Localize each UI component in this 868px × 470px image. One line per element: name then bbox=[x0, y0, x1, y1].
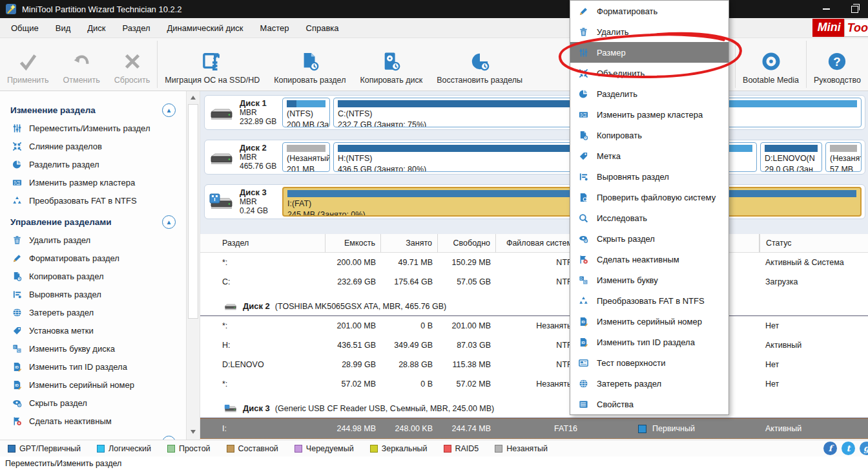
context-menu-item[interactable]: Исследовать bbox=[570, 208, 728, 228]
context-menu-item[interactable]: Проверить файловую систему bbox=[570, 187, 728, 208]
context-menu-item[interactable]: Удалить bbox=[570, 21, 728, 42]
toolbar-button-copydoc[interactable]: Копировать раздел bbox=[267, 38, 353, 91]
props-icon bbox=[579, 400, 588, 409]
column-header-free[interactable]: Свободно bbox=[438, 234, 496, 252]
social-links: ftg bbox=[823, 442, 868, 455]
menubar-item-6[interactable]: Справка bbox=[298, 23, 347, 33]
context-menu-item[interactable]: Метка bbox=[570, 145, 728, 166]
cell-status: Нет bbox=[760, 374, 868, 394]
partition-block[interactable]: D:LENOVO(N29.0 GB (Зан bbox=[760, 142, 822, 172]
partition-row[interactable]: D:LENOVO28.99 GB28.88 GB115.38 MBNTFSНет bbox=[200, 355, 868, 374]
toolbar-button-cross-label: Сбросить bbox=[114, 76, 150, 85]
partition-block[interactable]: (Незанятый201 MB bbox=[282, 142, 330, 172]
sidebar-item[interactable]: Копировать раздел bbox=[0, 267, 186, 285]
column-header-capacity[interactable]: Емкость bbox=[326, 234, 381, 252]
sidebar-section-header[interactable]: Проверить раздел▲ bbox=[0, 434, 186, 440]
toolbar-button-recover[interactable]: Восстановить разделы bbox=[429, 38, 530, 91]
context-menu-item[interactable]: Размер bbox=[570, 42, 728, 63]
menubar-item-2[interactable]: Диск bbox=[79, 23, 114, 33]
menubar-item-1[interactable]: Вид bbox=[47, 23, 79, 33]
toolbar-button-check[interactable]: Применить bbox=[0, 38, 56, 91]
iddoc-icon: ID bbox=[579, 317, 588, 326]
sidebar-item[interactable]: Скрыть раздел bbox=[0, 394, 186, 412]
sidebar-item[interactable]: Преобразовать FAT в NTFS bbox=[0, 191, 186, 209]
sidebar-item[interactable]: Выровнять раздел bbox=[0, 285, 186, 303]
partition-label: (Незанятый bbox=[830, 153, 857, 164]
sidebar-item[interactable]: Удалить раздел bbox=[0, 231, 186, 249]
toolbar-button-copydisk[interactable]: Копировать диск bbox=[353, 38, 429, 91]
partition-row[interactable]: I:244.98 MB248.00 KB244.74 MBFAT16Первич… bbox=[200, 418, 868, 439]
cell-used: 349.49 GB bbox=[381, 341, 438, 350]
sidebar-section-header[interactable]: Управление разделами▲ bbox=[0, 213, 186, 231]
sidebar-item[interactable]: Сделать неактивным bbox=[0, 412, 186, 430]
sidebar-item[interactable]: Затереть раздел bbox=[0, 303, 186, 321]
context-menu-item[interactable]: Изменить размер кластера bbox=[570, 104, 728, 125]
sidebar-item[interactable]: Форматировать раздел bbox=[0, 249, 186, 267]
context-menu-item[interactable]: Разделить bbox=[570, 83, 728, 104]
context-menu-item[interactable]: Затереть раздел bbox=[570, 373, 728, 394]
sidebar-item[interactable]: Слияние разделов bbox=[0, 137, 186, 155]
context-menu-item[interactable]: Форматировать bbox=[570, 1, 728, 21]
context-menu-item[interactable]: Копировать bbox=[570, 125, 728, 145]
cell-capacity: 232.69 GB bbox=[326, 277, 381, 286]
toolbar-button-cross[interactable]: Сбросить bbox=[107, 38, 158, 91]
context-menu-item[interactable]: IDИзменить тип ID раздела bbox=[570, 332, 728, 352]
disk-panel-3[interactable]: Диск 3MBR0.24 GBI:(FAT)245 MB (Занято: 0… bbox=[204, 184, 865, 219]
menubar-item-5[interactable]: Мастер bbox=[252, 23, 298, 33]
context-menu-item[interactable]: D:C:Изменить букву bbox=[570, 270, 728, 290]
partition-row[interactable]: H:436.51 GB349.49 GB87.03 GBNTFSАктивный bbox=[200, 336, 868, 355]
partition-block[interactable]: (Незанятый57 MB bbox=[825, 142, 862, 172]
cell-partition: D:LENOVO bbox=[221, 360, 326, 369]
partition-row[interactable]: *:200.00 MB49.71 MB150.29 MBNTFSАктивный… bbox=[200, 253, 868, 272]
sidebar-item-label: Изменить букву диска bbox=[29, 344, 115, 354]
partition-row[interactable]: *:201.00 MB0 B201.00 MBНезанятыйНет bbox=[200, 316, 868, 336]
context-menu-item[interactable]: Сделать неактивным bbox=[570, 249, 728, 270]
sidebar-section-header[interactable]: Изменение раздела▲ bbox=[0, 101, 186, 119]
minitool-logo: Mini Tool bbox=[812, 19, 868, 37]
menubar-item-0[interactable]: Общие bbox=[3, 23, 47, 33]
disk-panel-2[interactable]: Диск 2MBR465.76 GB(Незанятый201 MBH:(NTF… bbox=[204, 140, 865, 175]
toolbar-button-help[interactable]: ?Руководство bbox=[807, 38, 868, 91]
menubar-item-4[interactable]: Динамический диск bbox=[159, 23, 252, 33]
sidebar-scrollbar[interactable] bbox=[186, 91, 200, 440]
sidebar-item[interactable]: D:C:Изменить букву диска bbox=[0, 339, 186, 358]
toolbar-button-undo[interactable]: Отменить bbox=[56, 38, 107, 91]
partition-row[interactable]: *:57.02 MB0 B57.02 MBНезанятыйНет bbox=[200, 374, 868, 394]
context-menu-item[interactable]: Преобразовать FAT в NTFS bbox=[570, 290, 728, 311]
partition-size: 200 MB (Зан bbox=[287, 120, 326, 127]
toolbar-button-disc[interactable]: Bootable Media bbox=[736, 38, 806, 91]
scrollbar-thumb[interactable] bbox=[188, 104, 198, 319]
partition-row[interactable]: C:232.69 GB175.64 GB57.05 GBNTFSЗагрузка bbox=[200, 272, 868, 292]
sidebar-item[interactable]: Разделить раздел bbox=[0, 155, 186, 173]
sidebar-item[interactable]: IDИзменить серийный номер bbox=[0, 376, 186, 394]
sidebar-item[interactable]: Изменить размер кластера bbox=[0, 173, 186, 191]
toolbar-button-migrate[interactable]: Миграция ОС на SSD/HD bbox=[158, 38, 267, 91]
collapse-section-icon[interactable]: ▲ bbox=[162, 103, 176, 117]
maximize-button[interactable] bbox=[847, 2, 862, 16]
pencil-icon bbox=[12, 253, 22, 263]
menubar-item-3[interactable]: Раздел bbox=[114, 23, 159, 33]
context-menu-item[interactable]: Выровнять раздел bbox=[570, 166, 728, 187]
scroll-down-icon bbox=[191, 430, 196, 434]
column-header-status[interactable]: Статус bbox=[760, 234, 868, 252]
column-header-used[interactable]: Занято bbox=[381, 234, 438, 252]
context-menu-item[interactable]: IDИзменить серийный номер bbox=[570, 311, 728, 332]
sidebar-item[interactable]: IDИзменить тип ID раздела bbox=[0, 358, 186, 376]
disk-panel-1[interactable]: Диск 1MBR232.89 GB(NTFS)200 MB (ЗанC:(NT… bbox=[204, 95, 865, 130]
minimize-button[interactable] bbox=[819, 2, 833, 16]
partition-block[interactable]: (NTFS)200 MB (Зан bbox=[282, 98, 330, 127]
column-header-name[interactable]: Раздел bbox=[221, 234, 326, 252]
context-menu-item[interactable]: Объединить bbox=[570, 63, 728, 83]
sidebar-item[interactable]: Переместить/Изменить раздел bbox=[0, 119, 186, 137]
scroll-down-button[interactable] bbox=[187, 427, 200, 437]
sidebar-item[interactable]: Установка метки bbox=[0, 321, 186, 339]
googleplus-icon[interactable]: g bbox=[860, 442, 868, 455]
cluster-icon bbox=[579, 110, 588, 120]
facebook-icon[interactable]: f bbox=[823, 442, 837, 455]
context-menu-item[interactable]: Свойства bbox=[570, 394, 728, 414]
scroll-up-button[interactable] bbox=[187, 92, 200, 103]
context-menu-item[interactable]: Тест поверхности bbox=[570, 352, 728, 373]
context-menu-item[interactable]: Скрыть раздел bbox=[570, 228, 728, 249]
collapse-section-icon[interactable]: ▲ bbox=[162, 215, 176, 229]
twitter-icon[interactable]: t bbox=[842, 442, 855, 455]
